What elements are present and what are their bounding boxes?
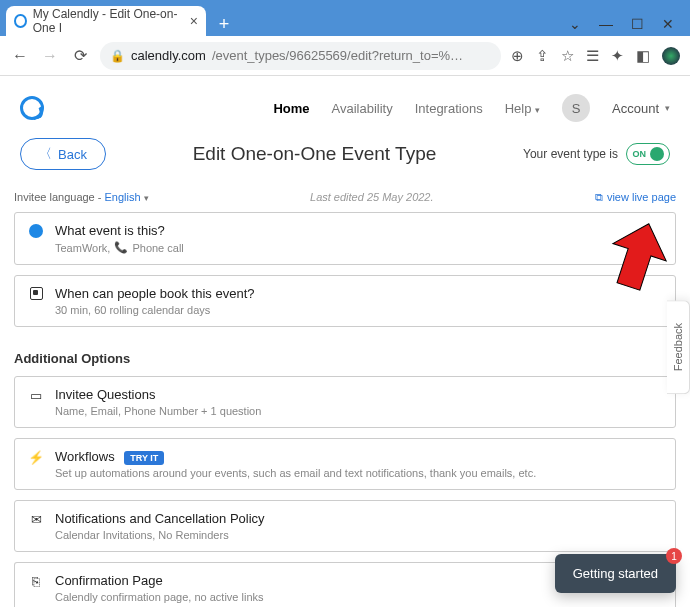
nav-home[interactable]: Home	[273, 101, 309, 116]
browser-tab[interactable]: My Calendly - Edit One-on-One I ×	[6, 6, 206, 36]
card-subtitle: Calendly confirmation page, no active li…	[55, 591, 663, 603]
page-title: Edit One-on-One Event Type	[106, 143, 523, 165]
try-it-badge[interactable]: TRY IT	[124, 451, 164, 465]
card-title: Workflows TRY IT	[55, 449, 663, 464]
browser-tab-bar: My Calendly - Edit One-on-One I × + ⌄ — …	[0, 0, 690, 36]
nav-integrations[interactable]: Integrations	[415, 101, 483, 116]
nav-help[interactable]: Help ▾	[505, 101, 540, 116]
event-status: Your event type is ON	[523, 143, 670, 165]
card-title: When can people book this event?	[55, 286, 663, 301]
close-window-icon[interactable]: ✕	[662, 16, 674, 32]
chevron-left-icon: 〈	[39, 145, 52, 163]
translate-icon[interactable]: ⊕	[511, 47, 524, 65]
status-toggle[interactable]: ON	[626, 143, 670, 165]
tab-title: My Calendly - Edit One-on-One I	[33, 7, 184, 35]
section-additional-options: Additional Options	[0, 337, 690, 376]
card-invitee-questions[interactable]: ▭ Invitee Questions Name, Email, Phone N…	[14, 376, 676, 428]
reload-icon[interactable]: ⟳	[70, 46, 90, 65]
external-link-icon: ⧉	[595, 191, 603, 204]
calendly-logo-icon[interactable]	[20, 96, 44, 120]
lightning-icon: ⚡	[27, 449, 45, 465]
event-location: Phone call	[132, 242, 183, 254]
new-tab-button[interactable]: +	[212, 12, 236, 36]
card-subtitle: Calendar Invitations, No Reminders	[55, 529, 663, 541]
card-title: Notifications and Cancellation Policy	[55, 511, 663, 526]
card-what-event[interactable]: What event is this? TeamWork, 📞 Phone ca…	[14, 212, 676, 265]
nav-availability[interactable]: Availability	[332, 101, 393, 116]
window-controls: ⌄ — ☐ ✕	[559, 12, 684, 36]
back-label: Back	[58, 147, 87, 162]
status-label: Your event type is	[523, 147, 618, 161]
card-subtitle: Set up automations around your events, s…	[55, 467, 663, 479]
profile-avatar-icon[interactable]	[662, 47, 680, 65]
browser-address-bar: ← → ⟳ 🔒 calendly.com/event_types/9662556…	[0, 36, 690, 76]
forward-nav-icon: →	[40, 47, 60, 65]
account-square-icon[interactable]: ◧	[636, 47, 650, 65]
event-name: TeamWork,	[55, 242, 110, 254]
feedback-tab[interactable]: Feedback	[667, 300, 690, 394]
invitee-language[interactable]: Invitee language - English ▾	[14, 191, 149, 203]
maximize-icon[interactable]: ☐	[631, 16, 644, 32]
avatar[interactable]: S	[562, 94, 590, 122]
toggle-text: ON	[633, 149, 647, 159]
title-row: 〈 Back Edit One-on-One Event Type Your e…	[0, 132, 690, 180]
minimize-icon[interactable]: —	[599, 16, 613, 32]
getting-started-button[interactable]: Getting started 1	[555, 554, 676, 593]
chevron-down-icon[interactable]: ⌄	[569, 16, 581, 32]
main-nav: Home Availability Integrations Help ▾ S …	[273, 94, 670, 122]
exit-icon: ⎘	[27, 573, 45, 589]
card-subtitle: 30 min, 60 rolling calendar days	[55, 304, 663, 316]
card-title: What event is this?	[55, 223, 663, 238]
view-live-link[interactable]: ⧉ view live page	[595, 191, 676, 204]
phone-icon: 📞	[114, 241, 128, 254]
calendly-favicon	[14, 14, 27, 28]
url-path: /event_types/96625569/edit?return_to=%…	[212, 48, 463, 63]
close-tab-icon[interactable]: ×	[190, 13, 198, 29]
form-icon: ▭	[27, 387, 45, 403]
app-header: Home Availability Integrations Help ▾ S …	[0, 86, 690, 132]
calendar-dot-icon	[30, 287, 43, 300]
lock-icon: 🔒	[110, 49, 125, 63]
card-notifications[interactable]: ✉ Notifications and Cancellation Policy …	[14, 500, 676, 552]
share-icon[interactable]: ⇪	[536, 47, 549, 65]
chevron-down-icon: ▾	[535, 105, 540, 115]
url-host: calendly.com	[131, 48, 206, 63]
last-edited: Last edited 25 May 2022.	[149, 190, 595, 204]
bookmark-icon[interactable]: ☆	[561, 47, 574, 65]
card-subtitle: Name, Email, Phone Number + 1 question	[55, 405, 663, 417]
toggle-knob	[650, 147, 664, 161]
readlist-icon[interactable]: ☰	[586, 47, 599, 65]
toolbar-icons: ⊕ ⇪ ☆ ☰ ✦ ◧	[511, 47, 680, 65]
url-field[interactable]: 🔒 calendly.com/event_types/96625569/edit…	[100, 42, 501, 70]
blue-dot-icon	[29, 224, 43, 238]
card-title: Invitee Questions	[55, 387, 663, 402]
mail-icon: ✉	[27, 511, 45, 527]
card-when-book[interactable]: When can people book this event? 30 min,…	[14, 275, 676, 327]
language-link[interactable]: English	[105, 191, 141, 203]
back-nav-icon[interactable]: ←	[10, 47, 30, 65]
card-workflows[interactable]: ⚡ Workflows TRY IT Set up automations ar…	[14, 438, 676, 490]
chevron-down-icon: ▾	[665, 103, 670, 113]
back-button[interactable]: 〈 Back	[20, 138, 106, 170]
meta-row: Invitee language - English ▾ Last edited…	[0, 180, 690, 212]
extensions-icon[interactable]: ✦	[611, 47, 624, 65]
notification-badge: 1	[666, 548, 682, 564]
nav-account[interactable]: Account ▾	[612, 101, 670, 116]
